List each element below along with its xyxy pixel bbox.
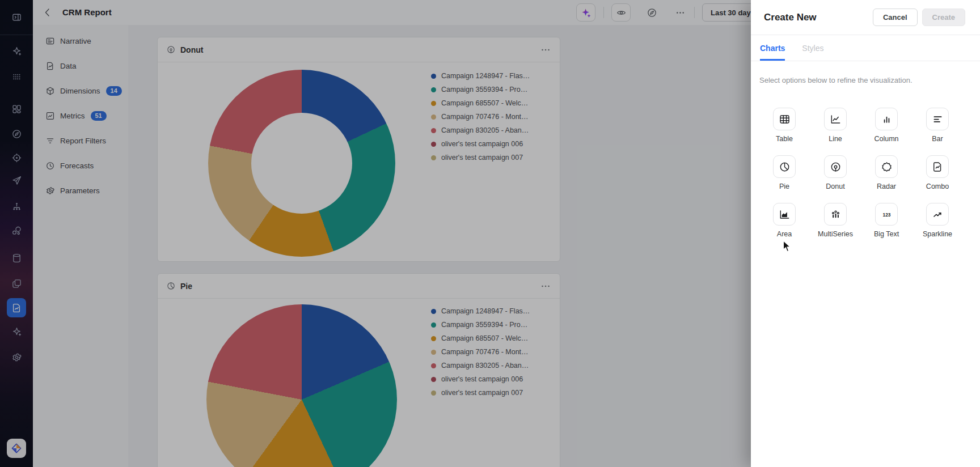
panel-tabs: Charts Styles [751,35,980,61]
chart-type-label: Sparkline [923,230,952,238]
create-new-panel: Create New Cancel Create Charts Styles S… [751,0,980,467]
chart-type-bar[interactable]: Bar [926,108,949,143]
chart-type-label: MultiSeries [818,230,853,238]
chart-type-combo[interactable]: Combo [926,155,949,191]
chart-type-line[interactable]: Line [824,108,847,143]
donut-chart-icon [824,155,847,178]
chart-type-label: Line [829,135,842,143]
chart-type-pie[interactable]: Pie [773,155,796,191]
app-window: CRM Report Last 30 days NarrativeDataDim… [0,0,980,467]
chart-type-radar[interactable]: Radar [875,155,898,191]
chart-type-column[interactable]: Column [875,108,898,143]
combo-chart-icon [926,155,949,178]
chart-type-sparkline[interactable]: Sparkline [926,203,949,239]
line-chart-icon [824,108,847,130]
mouse-cursor [783,240,791,252]
table-chart-icon [773,108,796,130]
dim-overlay [0,0,751,467]
multiseries-chart-icon [824,203,847,226]
chart-type-big-text[interactable]: 123Big Text [875,203,898,239]
tab-styles[interactable]: Styles [802,35,823,61]
chart-type-grid: TableLineColumnBarPieDonutRadarComboArea… [773,108,949,239]
chart-type-label: Big Text [874,230,899,238]
tab-charts[interactable]: Charts [760,35,785,61]
bar-chart-icon [926,108,949,130]
area-chart-icon [773,203,796,226]
sparkline-chart-icon [926,203,949,226]
panel-description: Select options below to refine the visua… [759,76,969,84]
chart-type-label: Pie [779,182,789,190]
chart-type-label: Column [874,135,898,143]
panel-title: Create New [764,12,873,23]
radar-chart-icon [875,155,898,178]
chart-type-label: Bar [932,135,943,143]
chart-type-multiseries[interactable]: MultiSeries [824,203,847,239]
create-button[interactable]: Create [922,9,965,26]
chart-type-table[interactable]: Table [773,108,796,143]
panel-header: Create New Cancel Create [751,0,980,35]
chart-type-label: Combo [926,182,949,190]
pie-chart-icon [773,155,796,178]
chart-type-label: Table [776,135,793,143]
column-chart-icon [875,108,898,130]
chart-type-donut[interactable]: Donut [824,155,847,191]
chart-type-label: Area [777,230,792,238]
chart-type-area[interactable]: Area [773,203,796,239]
big-text-chart-icon: 123 [875,203,898,226]
chart-type-label: Radar [877,182,896,190]
svg-text:123: 123 [882,211,890,217]
chart-type-label: Donut [826,182,844,190]
cancel-button[interactable]: Cancel [873,9,918,26]
